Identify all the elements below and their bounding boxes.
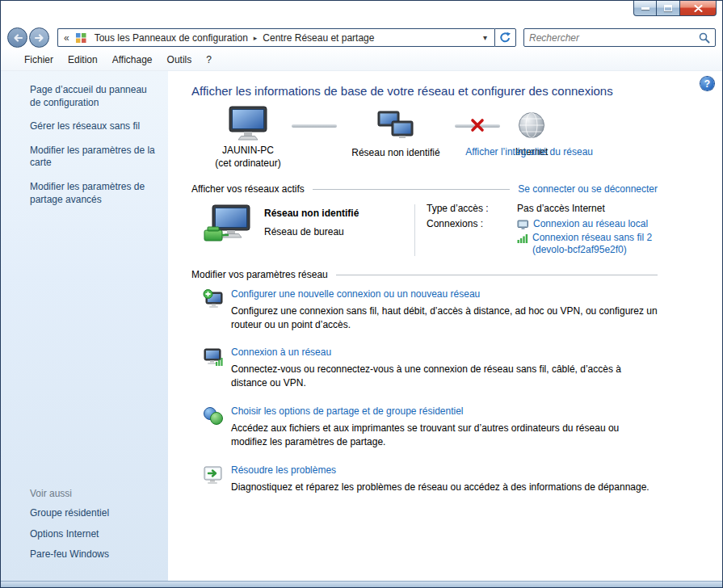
active-network-info: Réseau non identifié Réseau de bureau: [264, 203, 414, 258]
sidebar-item-manage-wireless[interactable]: Gérer les réseaux sans fil: [30, 120, 159, 133]
task-connect-to-network: Connexion à un réseau Connectez-vous ou …: [191, 346, 658, 390]
task-desc-sharing-options: Accédez aux fichiers et aux imprimantes …: [231, 422, 658, 449]
task-icon-cell: [191, 464, 231, 494]
active-networks-header: Afficher vos réseaux actifs Se connecter…: [191, 183, 658, 195]
lan-connection-icon: [517, 220, 529, 230]
sidebar-item-control-panel-home[interactable]: Page d’accueil du panneau de configurati…: [30, 84, 159, 109]
network-sharing-center-window: « Tous les Panneaux de configuration ▸ C…: [0, 0, 723, 588]
search-input[interactable]: [529, 32, 699, 44]
maximize-button[interactable]: [657, 1, 679, 16]
menu-bar: Fichier Edition Affichage Outils ?: [1, 49, 722, 71]
task-desc-connect-to-network: Connectez-vous ou reconnectez-vous à une…: [231, 363, 658, 390]
refresh-button[interactable]: [494, 28, 516, 47]
active-network-details: Type d’accès : Connexions : Pas d’accès …: [427, 203, 670, 258]
network-settings-header: Modifier vos paramètres réseau: [191, 269, 658, 280]
active-network-name[interactable]: Réseau non identifié: [264, 208, 414, 219]
connect-disconnect-link[interactable]: Se connecter ou se déconnecter: [518, 183, 658, 195]
map-pc-sublabel: (cet ordinateur): [215, 158, 280, 170]
task-new-connection: Configurer une nouvelle connexion ou un …: [191, 288, 658, 332]
menu-fichier[interactable]: Fichier: [17, 51, 61, 69]
breadcrumb-overflow-chevron[interactable]: «: [64, 32, 69, 44]
connection-link-lan[interactable]: Connexion au réseau local: [517, 218, 670, 231]
back-button[interactable]: [7, 27, 27, 48]
active-network-type[interactable]: Réseau de bureau: [264, 226, 414, 237]
breadcrumb-item-all-control-panels[interactable]: Tous les Panneaux de configuration: [90, 31, 253, 45]
task-title-new-connection[interactable]: Configurer une nouvelle connexion ou un …: [231, 288, 658, 300]
minimize-button[interactable]: [633, 1, 657, 16]
menu-outils[interactable]: Outils: [160, 51, 200, 69]
sidebar-item-windows-firewall[interactable]: Pare-feu Windows: [30, 548, 159, 561]
connection-link-wifi[interactable]: Connexion réseau sans fil 2 (devolo-bcf2…: [517, 232, 670, 257]
task-desc-troubleshoot: Diagnostiquez et réparez les problèmes d…: [231, 481, 649, 494]
task-icon-cell: [191, 346, 231, 390]
internet-globe-icon: [517, 111, 546, 140]
task-icon-cell: [191, 405, 231, 449]
menu-edition[interactable]: Edition: [61, 51, 105, 69]
network-settings-header-label: Modifier vos paramètres réseau: [191, 269, 328, 280]
main-content: ? Afficher les informations de base de v…: [168, 71, 722, 581]
active-network-panel: Réseau non identifié Réseau de bureau Ty…: [203, 203, 658, 258]
breadcrumb-item-network-sharing-center[interactable]: Centre Réseau et partage: [258, 31, 379, 45]
task-title-troubleshoot[interactable]: Résoudre les problèmes: [231, 464, 649, 476]
search-icon[interactable]: [699, 32, 710, 44]
navigation-bar: « Tous les Panneaux de configuration ▸ C…: [1, 26, 722, 49]
active-networks-header-label: Afficher vos réseaux actifs: [191, 183, 305, 195]
window-body: Page d’accueil du panneau de configurati…: [1, 71, 722, 581]
map-connector-line: [292, 124, 337, 128]
help-button[interactable]: ?: [700, 77, 714, 90]
task-sharing-options: Choisir les options de partage et de gro…: [191, 405, 658, 449]
window-bottom-frame: [1, 581, 722, 587]
close-button[interactable]: [679, 1, 717, 16]
minimize-icon: [641, 7, 649, 10]
map-pc-label: JAUNIN-PC: [222, 145, 274, 157]
task-desc-new-connection: Configurez une connexion sans fil, haut …: [231, 304, 658, 332]
window-chrome: « Tous les Panneaux de configuration ▸ C…: [1, 1, 722, 49]
map-network-label: Réseau non identifié: [351, 147, 439, 159]
window-controls: [633, 1, 717, 16]
menu-aide[interactable]: ?: [199, 51, 219, 69]
map-node-this-computer[interactable]: JAUNIN-PC (cet ordinateur): [204, 106, 292, 170]
office-network-icon[interactable]: [203, 204, 253, 246]
task-title-sharing-options[interactable]: Choisir les options de partage et de gro…: [231, 405, 658, 417]
task-troubleshoot: Résoudre les problèmes Diagnostiquez et …: [191, 464, 658, 494]
connect-network-icon: [203, 347, 224, 367]
header-rule: [336, 275, 658, 275]
sidebar-item-internet-options[interactable]: Options Internet: [30, 528, 159, 541]
homegroup-sharing-icon: [203, 406, 224, 426]
close-icon: [694, 5, 703, 12]
wifi-signal-icon: [517, 233, 528, 243]
address-dropdown-icon[interactable]: ▾: [480, 33, 490, 42]
header-rule: [313, 189, 510, 190]
map-node-network[interactable]: Réseau non identifié: [337, 106, 455, 159]
task-icon-cell: [191, 288, 231, 332]
connection-link-wifi-label[interactable]: Connexion réseau sans fil 2 (devolo-bcf2…: [532, 232, 670, 257]
forward-arrow-icon: [34, 33, 45, 43]
search-box[interactable]: [523, 28, 716, 47]
forward-button[interactable]: [29, 27, 49, 48]
network-map: JAUNIN-PC (cet ordinateur): [191, 106, 658, 177]
vertical-divider: [414, 204, 415, 256]
task-body: Résoudre les problèmes Diagnostiquez et …: [231, 464, 649, 494]
access-type-label: Type d’accès :: [427, 203, 517, 218]
sidebar-see-also: Voir aussi Groupe résidentiel Options In…: [1, 488, 168, 581]
task-body: Connexion à un réseau Connectez-vous ou …: [231, 346, 658, 390]
computer-icon: [227, 106, 269, 141]
new-connection-icon: [203, 289, 224, 309]
task-body: Configurer une nouvelle connexion ou un …: [231, 288, 658, 332]
sidebar-item-advanced-sharing-settings[interactable]: Modifier les paramètres de partage avanc…: [30, 181, 159, 206]
troubleshoot-icon: [203, 465, 224, 485]
task-body: Choisir les options de partage et de gro…: [231, 405, 658, 449]
broken-connection-x-icon[interactable]: [469, 117, 486, 136]
detail-labels: Type d’accès : Connexions :: [427, 203, 517, 258]
see-also-header: Voir aussi: [30, 488, 160, 499]
sidebar: Page d’accueil du panneau de configurati…: [1, 71, 168, 581]
task-title-connect-to-network[interactable]: Connexion à un réseau: [231, 346, 658, 358]
sidebar-item-change-adapter-settings[interactable]: Modifier les paramètres de la carte: [30, 145, 159, 170]
see-full-map-link[interactable]: Afficher l’intégralité du réseau: [465, 146, 593, 158]
network-icon: [377, 111, 414, 140]
sidebar-item-homegroup[interactable]: Groupe résidentiel: [30, 507, 159, 520]
address-bar[interactable]: « Tous les Panneaux de configuration ▸ C…: [57, 28, 494, 47]
menu-affichage[interactable]: Affichage: [105, 51, 160, 69]
refresh-icon: [499, 32, 511, 44]
connection-link-lan-label[interactable]: Connexion au réseau local: [533, 218, 648, 231]
